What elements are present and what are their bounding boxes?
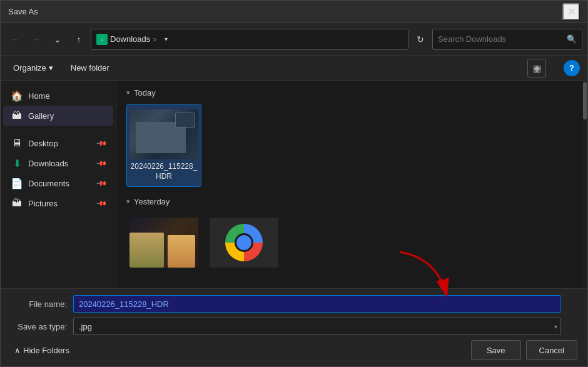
- search-input[interactable]: [438, 34, 563, 44]
- new-folder-button[interactable]: New folder: [66, 61, 114, 75]
- breadcrumb-item: ↓ Downloads >: [96, 34, 157, 45]
- filename-row: File name:: [11, 295, 577, 313]
- today-files-grid: 20240226_115228_HDR: [126, 104, 577, 187]
- savetype-select[interactable]: .jpg .png .bmp: [73, 318, 561, 335]
- view-icon: ▦: [533, 63, 541, 73]
- title-bar-left: Save As: [8, 7, 38, 16]
- savetype-row: Save as type: .jpg .png .bmp ▾: [11, 318, 577, 335]
- back-button[interactable]: ←: [6, 30, 24, 49]
- title-bar: Save As ✕: [1, 1, 587, 23]
- breadcrumb-separator: >: [153, 36, 156, 43]
- sidebar-item-documents[interactable]: 📄 Documents 📌: [3, 173, 113, 193]
- file-thumb-today-1: [129, 109, 198, 159]
- up-button[interactable]: ↑: [69, 30, 88, 49]
- downloads-label: Downloads: [28, 159, 92, 168]
- forward-button[interactable]: →: [27, 30, 46, 49]
- chrome-circle: [225, 224, 263, 261]
- home-icon: 🏠: [11, 89, 23, 102]
- cancel-button[interactable]: Cancel: [526, 340, 577, 360]
- home-label: Home: [28, 91, 106, 101]
- downloads-icon: ↓: [96, 34, 108, 45]
- filename-label: File name:: [11, 299, 67, 309]
- organize-dropdown-icon: ▾: [49, 63, 53, 73]
- file-item-yesterday-1[interactable]: [126, 213, 201, 275]
- nav-bar: ← → ⌄ ↑ ↓ Downloads > ▾ ↻ 🔍: [1, 23, 587, 56]
- breadcrumb-dropdown-button[interactable]: ▾: [160, 29, 173, 50]
- sidebar-item-desktop[interactable]: 🖥 Desktop 📌: [3, 133, 113, 153]
- today-label: Today: [134, 88, 156, 98]
- file-name-today-1: 20240226_115228_HDR: [129, 162, 198, 181]
- desktop-label: Desktop: [28, 139, 92, 148]
- refresh-button[interactable]: ↻: [411, 30, 430, 49]
- documents-label: Documents: [28, 179, 92, 188]
- downloads-nav-icon: ⬇: [11, 157, 23, 169]
- file-item-today-1[interactable]: 20240226_115228_HDR: [126, 104, 201, 187]
- sidebar-item-home[interactable]: 🏠 Home: [3, 86, 113, 106]
- yesterday-files-grid: [126, 213, 577, 275]
- documents-icon: 📄: [11, 177, 23, 189]
- hide-folders-label: Hide Folders: [23, 346, 69, 355]
- sidebar-item-downloads[interactable]: ⬇ Downloads 📌: [3, 153, 113, 173]
- file-thumb-yesterday-1: [129, 218, 198, 268]
- search-icon: 🔍: [567, 34, 577, 44]
- sidebar-item-gallery[interactable]: 🏔 Gallery: [3, 106, 113, 126]
- recent-locations-button[interactable]: ⌄: [48, 30, 67, 49]
- hide-folders-button[interactable]: ∧ Hide Folders: [11, 343, 73, 358]
- file-item-yesterday-2[interactable]: [206, 213, 281, 275]
- search-box: 🔍: [432, 29, 582, 50]
- organize-button[interactable]: Organize ▾: [8, 61, 58, 75]
- view-button[interactable]: ▦: [527, 59, 546, 78]
- documents-pin-icon: 📌: [95, 177, 107, 189]
- breadcrumb[interactable]: ↓ Downloads > ▾: [91, 29, 408, 50]
- filename-input[interactable]: [73, 295, 561, 313]
- yesterday-section-label[interactable]: ▾ Yesterday: [126, 197, 577, 206]
- bottom-area: File name: Save as type: .jpg .png .bmp …: [1, 288, 587, 366]
- save-button[interactable]: Save: [471, 340, 521, 360]
- pictures-label: Pictures: [28, 199, 92, 208]
- scrollbar-track[interactable]: [582, 81, 587, 288]
- sidebar: 🏠 Home 🏔 Gallery 🖥 Desktop 📌 ⬇ Downloads…: [1, 81, 116, 288]
- downloads-pin-icon: 📌: [95, 157, 107, 169]
- hide-folders-chevron-icon: ∧: [14, 346, 21, 355]
- help-label: ?: [569, 63, 574, 73]
- sidebar-item-pictures[interactable]: 🏔 Pictures 📌: [3, 193, 113, 213]
- savetype-label: Save as type:: [11, 322, 67, 331]
- today-chevron-icon: ▾: [126, 89, 130, 97]
- organize-label: Organize: [13, 63, 46, 73]
- button-row: ∧ Hide Folders Save Cancel: [11, 340, 577, 360]
- dialog-title: Save As: [8, 7, 38, 16]
- file-thumb-yesterday-2: [210, 218, 278, 268]
- scrollbar-thumb[interactable]: [583, 82, 587, 119]
- close-button[interactable]: ✕: [562, 3, 580, 21]
- content-area: ▾ Today 20240226_115228_HDR ▾ Yesterday: [116, 81, 587, 288]
- yesterday-label: Yesterday: [134, 197, 170, 206]
- action-buttons: Save Cancel: [471, 340, 577, 360]
- new-folder-label: New folder: [71, 63, 109, 73]
- main-area: 🏠 Home 🏔 Gallery 🖥 Desktop 📌 ⬇ Downloads…: [1, 81, 587, 288]
- savetype-wrapper: .jpg .png .bmp ▾: [73, 318, 561, 335]
- gallery-icon: 🏔: [11, 109, 23, 122]
- pictures-pin-icon: 📌: [95, 197, 107, 209]
- today-section-label[interactable]: ▾ Today: [126, 88, 577, 98]
- gallery-label: Gallery: [28, 111, 106, 121]
- pictures-icon: 🏔: [11, 197, 23, 209]
- yesterday-chevron-icon: ▾: [126, 198, 130, 206]
- save-as-dialog: Save As ✕ ← → ⌄ ↑ ↓ Downloads > ▾ ↻ 🔍 O: [0, 0, 588, 367]
- desktop-icon: 🖥: [11, 137, 23, 149]
- help-button[interactable]: ?: [564, 60, 580, 76]
- desktop-pin-icon: 📌: [95, 137, 107, 149]
- breadcrumb-path-label: Downloads: [110, 34, 150, 44]
- toolbar: Organize ▾ New folder ▦ ?: [1, 56, 587, 81]
